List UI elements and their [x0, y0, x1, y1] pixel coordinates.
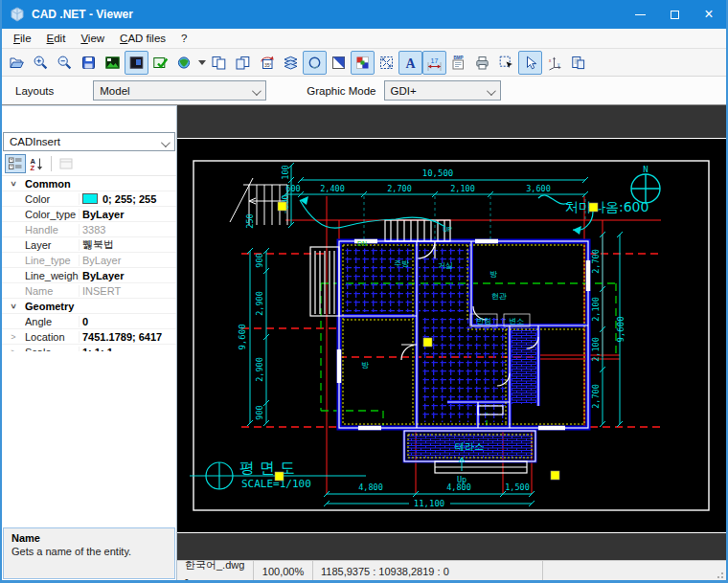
dim-left-1: 900: [255, 253, 264, 267]
dimension-tool-icon[interactable]: 17: [422, 51, 446, 75]
dim-right-overall: 9,600: [616, 316, 626, 342]
zoom-in-icon[interactable]: [29, 51, 53, 75]
drawing-canvas[interactable]: 10,500 600 2,400 2,700 2,100 3,600 9,600…: [177, 105, 728, 560]
dim-left-2: 2,900: [255, 291, 264, 316]
circle-draw-icon[interactable]: [303, 51, 327, 75]
menu-help[interactable]: ?: [173, 31, 194, 46]
category-row[interactable]: >Geometry: [2, 299, 176, 314]
menu-edit[interactable]: Edit: [39, 31, 74, 46]
terrace-label: 테라스: [455, 441, 484, 452]
property-description: Name Gets a name of the entity.: [3, 527, 175, 579]
dim-top-5: 3,600: [526, 184, 551, 193]
property-row-angle[interactable]: Angle0: [2, 314, 176, 329]
maximize-button[interactable]: [657, 0, 692, 29]
property-row-scale[interactable]: >Scale1; 1; 1: [2, 345, 176, 351]
menu-view[interactable]: View: [73, 31, 112, 46]
property-row-layer[interactable]: Layer쀓북법: [2, 237, 176, 253]
render-sphere-icon[interactable]: [172, 51, 196, 75]
status-zoom: 100,00%: [254, 561, 313, 581]
bath-brick-hatch: [512, 327, 536, 404]
property-row-name[interactable]: NameINSERT: [2, 283, 176, 299]
svg-text:y: y: [557, 61, 560, 66]
dim-top-2: 2,400: [320, 184, 345, 193]
up-small-label: UP: [443, 226, 452, 233]
dim-stair-100: 100: [281, 165, 290, 179]
inspector-panel: CADInsert AZ >Common Color0; 255; 255 Co…: [2, 105, 177, 580]
toilet-label: 변소: [509, 317, 524, 325]
title-bar: CAD .NET - Viewer ×: [2, 0, 726, 29]
print-icon[interactable]: [470, 51, 494, 75]
canvas-column: 10,500 600 2,400 2,700 2,100 3,600 9,600…: [177, 105, 726, 580]
plan-title-text: 평면도: [239, 459, 300, 477]
text-tool-icon[interactable]: A: [398, 51, 422, 75]
svg-text:BMP: BMP: [453, 56, 463, 60]
category-row[interactable]: >Common: [2, 176, 176, 191]
dim-top-overall: 10,500: [422, 168, 454, 178]
dim-right-3: 2,100: [591, 337, 601, 362]
open-file-icon[interactable]: [5, 51, 29, 75]
paste-pages-icon[interactable]: [231, 51, 255, 75]
dim-right-1: 2,700: [591, 249, 601, 274]
property-row-line-type[interactable]: Line_typeByLayer: [2, 253, 176, 268]
closet-label: 반침: [476, 317, 491, 325]
dim-bottom-1: 4,800: [358, 482, 383, 492]
dim-top-4: 2,100: [450, 184, 475, 193]
menu-cad-files[interactable]: CAD files: [112, 31, 173, 46]
resize-grip[interactable]: [713, 561, 726, 581]
dim-bottom-overall: 11,100: [414, 499, 445, 508]
pointer-tool-icon[interactable]: [518, 51, 542, 75]
minimize-button[interactable]: [623, 0, 657, 29]
ucs-axes-icon[interactable]: xy: [542, 51, 566, 75]
fit-to-screen-icon[interactable]: [375, 51, 398, 75]
render-dropdown-caret-icon[interactable]: [196, 51, 207, 75]
property-row-color[interactable]: Color0; 255; 255: [2, 191, 176, 207]
main-toolbar: 35° A 17 BMP xy: [2, 49, 726, 77]
entity-type-select[interactable]: CADInsert: [3, 132, 175, 151]
entrance-label: 현관: [491, 292, 507, 301]
copy-pages-icon[interactable]: [207, 51, 231, 75]
layout-select[interactable]: Model: [93, 80, 266, 101]
status-bar: 한국어_.dwg - 100,00% 1185,9375 : 10938,281…: [177, 560, 726, 581]
image-check-icon[interactable]: [148, 51, 172, 75]
graphic-mode-value: GDI+: [391, 85, 417, 97]
menu-file[interactable]: File: [6, 31, 39, 46]
half-square-icon[interactable]: [327, 51, 351, 75]
property-pages-icon[interactable]: [56, 154, 77, 173]
rotate-35-icon[interactable]: 35°: [255, 51, 279, 75]
dim-left-overall: 9,600: [238, 324, 247, 349]
layout-select-value: Model: [100, 85, 129, 97]
layers-icon[interactable]: [279, 51, 303, 75]
entity-type-value: CADInsert: [10, 136, 60, 147]
save-icon[interactable]: [77, 51, 101, 75]
inspector-toolbar: AZ: [2, 151, 176, 176]
dim-bottom-3: 1,500: [505, 482, 530, 492]
window-title: CAD .NET - Viewer: [32, 8, 623, 21]
alphabetical-sort-icon[interactable]: AZ: [26, 154, 47, 173]
select-entities-icon[interactable]: [494, 51, 518, 75]
svg-text:17: 17: [431, 56, 439, 63]
graphic-mode-label: Graphic Mode: [307, 85, 375, 97]
bmp-export-icon[interactable]: BMP: [446, 51, 470, 75]
categorized-view-icon[interactable]: [5, 154, 26, 173]
dim-right-2: 2,100: [591, 297, 601, 322]
svg-text:x: x: [549, 58, 552, 63]
property-row-color-type[interactable]: Color_typeByLayer: [2, 207, 176, 222]
svg-text:A: A: [405, 56, 416, 70]
property-row-handle[interactable]: Handle3383: [2, 222, 176, 237]
color-squares-icon[interactable]: [351, 51, 375, 75]
menu-bar: File Edit View CAD files ?: [2, 29, 726, 49]
property-description-text: Gets a name of the entity.: [11, 546, 167, 557]
zoom-out-icon[interactable]: [53, 51, 77, 75]
property-row-line-weight[interactable]: Line_weighByLayer: [2, 268, 176, 283]
graphic-mode-select[interactable]: GDI+: [384, 80, 501, 101]
property-grid: >Common Color0; 255; 255 Color_typeByLay…: [2, 176, 176, 351]
image-view-icon[interactable]: [101, 51, 125, 75]
layouts-label: Layouts: [15, 85, 54, 97]
close-button[interactable]: ×: [692, 0, 726, 29]
room-left-label: 방: [361, 361, 369, 370]
image-dark-icon[interactable]: [125, 51, 148, 75]
property-row-location[interactable]: >Location7451.1789; 6417: [2, 329, 176, 345]
clipboard-copy-icon[interactable]: [566, 51, 590, 75]
up-label: Up: [457, 475, 466, 484]
room-right-label: 방: [489, 270, 497, 279]
